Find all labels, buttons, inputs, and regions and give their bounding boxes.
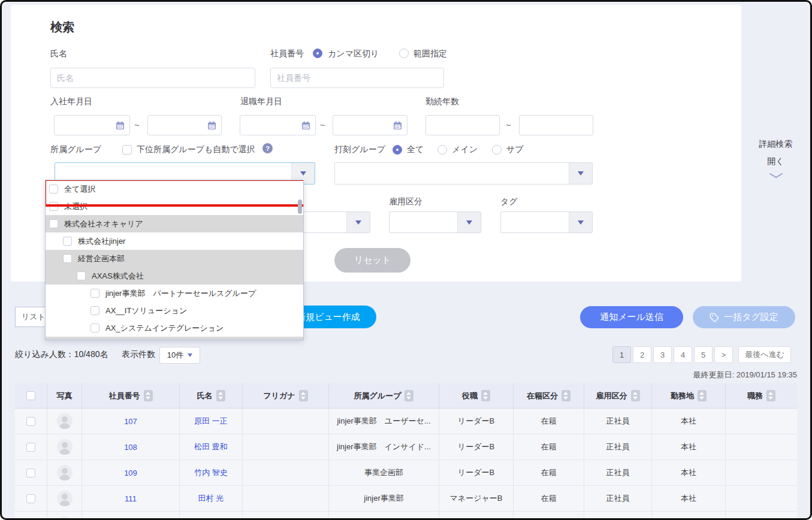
group-option-label: 全て選択 (64, 184, 95, 195)
per-page-select[interactable]: 10件 (159, 347, 200, 364)
page-button[interactable]: 5 (694, 346, 713, 363)
column-header[interactable]: 勤務地 (652, 383, 726, 408)
column-header[interactable]: 役職 (439, 383, 514, 408)
employee-id-link[interactable]: 109 (124, 468, 137, 477)
row-checkbox[interactable] (26, 468, 35, 477)
page-button[interactable]: 2 (633, 346, 651, 363)
name-label: 氏名 (50, 49, 67, 59)
page-button[interactable]: 1 (612, 346, 631, 363)
group-option-checkbox[interactable] (77, 271, 86, 280)
sort-icon[interactable] (698, 390, 707, 401)
name-input[interactable] (50, 68, 255, 88)
group-option[interactable]: jinjer事業部 パートナーセールスグループ (46, 285, 303, 302)
punch-group-select-arrow[interactable] (569, 163, 592, 184)
page-button[interactable]: 4 (674, 346, 692, 363)
group-option[interactable]: AXAS株式会社 (46, 267, 303, 285)
sort-icon[interactable] (144, 390, 153, 401)
group-option-checkbox[interactable] (49, 219, 58, 228)
scrollbar-thumb[interactable] (298, 199, 302, 214)
group-option[interactable]: AX_システムインテグレーション (46, 319, 303, 337)
radio-punch-sub[interactable] (492, 145, 502, 155)
calendar-icon[interactable] (207, 121, 216, 130)
group-option[interactable]: 経営企画本部 (46, 250, 303, 267)
employee-name-link[interactable]: 竹内 智史 (194, 467, 228, 478)
last-page-button[interactable]: 最後へ進む (738, 346, 791, 363)
employee-no-input[interactable] (270, 68, 444, 88)
service-years-to-input[interactable] (519, 115, 593, 135)
column-header-label: 所属グループ (354, 391, 402, 401)
employee-id-link[interactable]: 108 (124, 443, 137, 452)
advanced-search-toggle[interactable]: 詳細検索 開く (741, 139, 810, 180)
group-option-checkbox[interactable] (49, 202, 58, 211)
service-years-from-input[interactable] (425, 115, 500, 135)
row-checkbox[interactable] (26, 494, 35, 503)
radio-comma-separated-label: カンマ区切り (328, 49, 379, 59)
employee-id-link[interactable]: 111 (125, 494, 137, 503)
sort-icon[interactable] (299, 390, 308, 401)
cell-group: jinjer事業部 (329, 486, 439, 511)
reset-button[interactable]: リセット (334, 248, 410, 273)
radio-comma-separated[interactable] (313, 49, 322, 58)
row-checkbox[interactable] (26, 417, 35, 426)
punch-group-select[interactable] (334, 162, 593, 185)
employee-name-link[interactable]: 田村 光 (198, 493, 224, 504)
group-option[interactable]: 株式会社jinjer (46, 232, 303, 250)
avatar (57, 491, 73, 506)
column-header[interactable]: 雇用区分 (584, 383, 652, 408)
employee-name-link[interactable]: 原田 一正 (194, 416, 228, 427)
sort-icon[interactable] (216, 390, 225, 401)
table-row (15, 512, 797, 520)
group-option-checkbox[interactable] (90, 306, 99, 315)
column-header[interactable]: 氏名 (180, 383, 243, 408)
cell-role: マネージャーB (439, 486, 514, 511)
calendar-icon[interactable] (301, 121, 310, 130)
column-header[interactable]: 在籍区分 (514, 383, 584, 408)
group-option[interactable]: 株式会社ネオキャリア (46, 215, 303, 232)
cell-kana (243, 409, 329, 434)
employment-select-arrow[interactable] (457, 212, 481, 232)
employee-id-link[interactable]: 107 (124, 417, 137, 426)
help-icon[interactable]: ? (262, 143, 273, 153)
employment-select[interactable] (389, 211, 481, 233)
radio-punch-main[interactable] (437, 145, 447, 155)
column-header[interactable]: 所属グループ (329, 383, 439, 408)
group-option[interactable] (46, 337, 303, 340)
radio-punch-all[interactable] (393, 145, 402, 155)
group-option-checkbox[interactable] (63, 237, 72, 246)
page-button[interactable]: 3 (653, 346, 672, 363)
sort-icon[interactable] (766, 390, 775, 401)
sort-icon[interactable] (562, 390, 570, 401)
column-header[interactable]: 写真 (47, 383, 82, 408)
screenshot-stage: 検索 氏名 社員番号 カンマ区切り 範囲指定 入社年月日 ~ 退職年月日 ~ (0, 0, 812, 520)
cell-name: 竹内 智史 (180, 460, 243, 485)
group-option-checkbox[interactable] (90, 324, 99, 332)
next-page-button[interactable]: > (714, 346, 733, 363)
tag-select-arrow[interactable] (569, 212, 592, 232)
covered-select-arrow[interactable] (346, 212, 370, 232)
cell-role: リーダーB (439, 409, 514, 434)
group-option[interactable]: 未選択 (46, 198, 303, 215)
column-header[interactable]: 社員番号 (82, 383, 180, 408)
bulk-tag-button[interactable]: 一括タグ設定 (693, 306, 795, 328)
calendar-icon[interactable] (116, 121, 125, 130)
group-option[interactable]: AX__ITソリューション (46, 302, 303, 319)
radio-range[interactable] (399, 49, 409, 58)
row-checkbox[interactable] (26, 443, 35, 452)
employee-name-link[interactable]: 松田 豊和 (194, 442, 228, 452)
calendar-icon[interactable] (393, 121, 402, 130)
group-option-checkbox[interactable] (63, 254, 72, 263)
group-option[interactable]: 全て選択 (46, 180, 303, 198)
group-option-checkbox[interactable] (90, 289, 99, 298)
advanced-search-title: 詳細検索 (741, 139, 810, 150)
auto-select-checkbox[interactable] (122, 145, 132, 155)
column-header-label: 氏名 (197, 391, 213, 401)
select-all-checkbox[interactable] (26, 391, 35, 400)
column-header[interactable]: 職務 (726, 383, 797, 408)
tag-select[interactable] (500, 211, 593, 233)
notify-mail-button[interactable]: 通知メール送信 (580, 306, 683, 328)
column-header[interactable]: フリガナ (243, 383, 329, 408)
group-option-checkbox[interactable] (49, 185, 58, 194)
sort-icon[interactable] (481, 390, 490, 401)
sort-icon[interactable] (631, 390, 640, 401)
sort-icon[interactable] (405, 390, 413, 401)
